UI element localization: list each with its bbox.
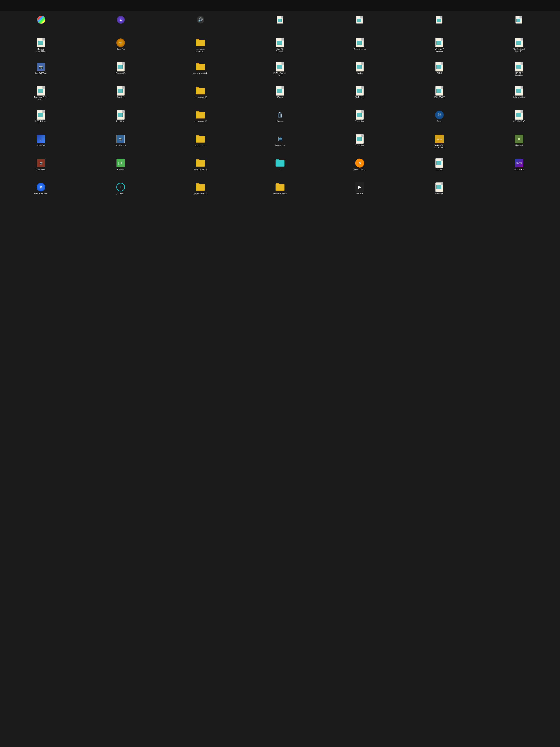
icon-image-novaya-papka3: [196, 86, 205, 96]
icon-tlauncher1[interactable]: TLauncher: [320, 109, 399, 132]
icon-label-kosnyh: kOsNYH5g...: [36, 169, 46, 171]
icon-label-avast: avast_free_...: [354, 169, 365, 171]
icon-vtorrent[interactable]: ↓ _vtorrents....: [81, 181, 160, 204]
icon-winrar[interactable]: WinRAR WindowsRar: [480, 157, 559, 180]
icon-image-kosnyh: 📷: [36, 158, 46, 168]
icon-label-exbo: EXBO: [437, 72, 442, 74]
icon-korzina[interactable]: 🗑 Корзина: [241, 109, 319, 132]
icon-image-nrrrr: [196, 134, 205, 144]
icon-image-warthunder: [355, 86, 364, 96]
icon-image-folder111: [275, 158, 285, 168]
icon-nextrp[interactable]: NEXTRP Launcher: [480, 61, 559, 84]
icon-cpuid[interactable]: CPUID CPU-Z: [480, 109, 559, 132]
icon-label-hello-neighbor: Hello Neighbor: [513, 96, 525, 98]
icon-novaya-papka3[interactable]: Новая папка (3): [161, 85, 240, 108]
icon-label-novaya-papka3: Новая папка (3): [194, 96, 207, 98]
icon-kompyuter[interactable]: 🖥 Компьютер: [241, 133, 319, 156]
icon-igrovoy2[interactable]: Игровой центр: [320, 36, 399, 60]
icon-warface[interactable]: ▶ Warface: [320, 181, 399, 204]
icon-image-avast: a: [355, 158, 364, 168]
icon-1tlfspv[interactable]: 📷 1tLfSPVLebs: [81, 133, 160, 156]
icon-crossfire[interactable]: CF Cross Fire: [81, 36, 160, 60]
icon-stalcraft[interactable]: STALCRAFT: [400, 85, 479, 108]
icon-label-language: Language: [435, 192, 444, 195]
icon-label-foto-gruppy: фото группы №8: [193, 72, 207, 74]
icon-image-igrovoy2: [355, 38, 364, 47]
icon-label-steam: Steam: [437, 120, 442, 123]
top-icon-0[interactable]: [2, 14, 80, 25]
icon-mediaget[interactable]: ↓ MediaGet: [1, 133, 80, 156]
icon-zcss[interactable]: 📷 ZcssEpIFQow: [1, 61, 80, 84]
icon-language[interactable]: Language: [400, 181, 479, 204]
icon-novaya-papka2[interactable]: Новая папка (2): [161, 109, 240, 132]
icon-nrrrr[interactable]: нрроорррр...: [161, 133, 240, 156]
top-icon-4[interactable]: [321, 14, 399, 25]
icon-hello-neighbor[interactable]: Hello Neighbor: [480, 85, 559, 108]
icon-unturned[interactable]: ■ Unturned: [480, 133, 559, 156]
icon-image-tlauncher1: [355, 110, 364, 120]
top-icon-2[interactable]: 🔊: [161, 14, 239, 25]
icon-folder111[interactable]: 111: [241, 157, 319, 180]
icon-image-novaya-papka2: [196, 110, 205, 120]
top-icon-5[interactable]: [400, 14, 478, 25]
icon-image-konkursy: [196, 158, 205, 168]
icon-image-bednenk: [36, 110, 46, 120]
top-icon-6[interactable]: [480, 14, 558, 25]
icon-csgo[interactable]: CS:GO Counter-Str... Global Offe...: [400, 133, 479, 156]
icon-warthunder[interactable]: WarThunder: [320, 85, 399, 108]
icon-label-cvetochnaya: цветочная поляноч...: [193, 48, 208, 52]
icon-yandex[interactable]: Yandex: [320, 61, 399, 84]
icon-image-mediaget: ↓: [36, 134, 46, 144]
icon-label-utorrent: µTorrent: [117, 169, 124, 171]
icon-igrovoy-centr[interactable]: Игровой центр@Ма...: [1, 36, 80, 60]
icon-label-zcss: ZcssEpIFQow: [35, 72, 47, 74]
icon-label-ace-utilities: Ace Utilities: [116, 120, 125, 123]
icon-ie[interactable]: e Internet Explorer: [1, 181, 80, 204]
icon-label-cpuid: CPUID CPU-Z: [513, 120, 525, 123]
icon-cvetochnaya[interactable]: цветочная поляноч...: [161, 36, 240, 60]
icon-image-warface: ▶: [355, 182, 364, 192]
icon-image-binding-of-isaac: [514, 38, 524, 47]
icon-image-vtorrent: ↓: [116, 182, 125, 192]
icon-label-mediaget: MediaGet: [37, 145, 45, 147]
icon-label-csgo: Counter-Str... Global Offe...: [432, 145, 447, 149]
icon-image-gnomiki: [116, 62, 125, 72]
icon-steam[interactable]: ⚒ Steam: [400, 109, 479, 132]
icon-exbo[interactable]: EXBO: [400, 61, 479, 84]
icon-itunes[interactable]: iTunes: [241, 85, 319, 108]
icon-windows7-manager[interactable]: Windows 7 Manager: [400, 36, 479, 60]
icon-label-korzina: Корзина: [276, 120, 284, 123]
icon-konkursy[interactable]: конкурсы школа: [161, 157, 240, 180]
icon-spore[interactable]: SPORE: [400, 157, 479, 180]
icon-label-tlauncher1: TLauncher: [355, 120, 364, 123]
icon-avast[interactable]: a avast_free_...: [320, 157, 399, 180]
icon-image-kompyuter: 🖥: [275, 134, 285, 144]
top-icon-1[interactable]: [82, 14, 160, 25]
top-icon-3[interactable]: [241, 14, 319, 25]
icon-tales-from-space[interactable]: Tales from Space - Mu...: [1, 85, 80, 108]
icon-label-igrovoy2: Игровой центр: [354, 48, 366, 50]
icon-bednenk[interactable]: БЕДНЕНЬК...: [1, 109, 80, 132]
icon-foto-gruppy[interactable]: фото группы №8: [161, 61, 240, 84]
icon-image-utorrent: µT: [116, 158, 125, 168]
icon-novaya-papka4[interactable]: Новая папка (4): [241, 181, 319, 204]
icon-image-1tlfspv: 📷: [116, 134, 125, 144]
icon-dokumenty[interactable]: документы ворд: [161, 181, 240, 204]
icon-gnomiki[interactable]: Гномики )))): [81, 61, 160, 84]
icon-label-novaya-papka4: Новая папка (4): [273, 192, 287, 195]
icon-kosnyh[interactable]: 📷 kOsNYH5g...: [1, 157, 80, 180]
icon-tlauncher2[interactable]: TLauncher: [320, 133, 399, 156]
screen: 🔊 Игровой центр@Ма... CF Cross Fire цвет…: [0, 0, 560, 747]
icon-label-kompyuter: Компьютер: [275, 145, 285, 147]
icon-image-mcafee: [275, 62, 285, 72]
icon-binding-of-isaac[interactable]: The Binding of Isaac Af...: [480, 36, 559, 60]
icon-utorrent[interactable]: µT µTorrent: [81, 157, 160, 180]
icon-label-windows7-manager: Windows 7 Manager: [432, 48, 447, 52]
icon-sony-pc[interactable]: Sony PC Compani...: [241, 36, 319, 60]
icon-ace-utilities[interactable]: Ace Utilities: [81, 109, 160, 132]
icon-image-korzina: 🗑: [275, 110, 285, 120]
icon-calculator[interactable]: Calculator: [81, 85, 160, 108]
icon-label-crossfire: Cross Fire: [116, 48, 125, 50]
icon-mcafee[interactable]: McAfee Security Sc...: [241, 61, 319, 84]
icon-image-cpuid: [514, 110, 524, 120]
